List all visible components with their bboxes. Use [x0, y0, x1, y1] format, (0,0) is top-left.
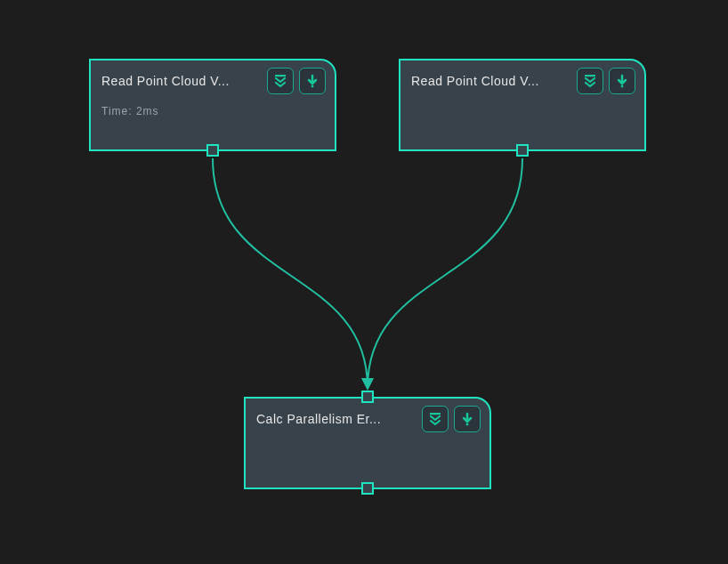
double-chevron-down-icon [583, 74, 597, 88]
node-button-group [577, 68, 635, 94]
svg-point-3 [621, 85, 624, 88]
node-calc-parallelism[interactable]: Calc Parallelism Er... [244, 397, 491, 489]
double-chevron-down-icon [273, 74, 287, 88]
output-port[interactable] [516, 144, 529, 157]
output-port[interactable] [361, 482, 374, 495]
node-time-label: Time: 2ms [91, 100, 335, 126]
svg-rect-2 [585, 75, 595, 77]
download-arrow-icon [461, 412, 473, 426]
download-arrow-icon [306, 74, 319, 88]
node-title: Calc Parallelism Er... [256, 412, 417, 426]
node-title: Read Point Cloud V... [411, 74, 571, 88]
svg-point-1 [311, 85, 314, 88]
node-header: Read Point Cloud V... [91, 60, 335, 100]
node-header: Calc Parallelism Er... [246, 399, 489, 438]
expand-button[interactable] [422, 406, 449, 432]
download-arrow-icon [616, 74, 628, 88]
node-graph-canvas[interactable]: Read Point Cloud V... Time: 2ms [0, 0, 728, 564]
download-button[interactable] [299, 68, 326, 94]
download-button[interactable] [454, 406, 481, 432]
double-chevron-down-icon [428, 412, 442, 426]
svg-point-5 [466, 423, 469, 426]
svg-rect-0 [275, 75, 286, 77]
output-port[interactable] [206, 144, 219, 157]
node-title: Read Point Cloud V... [101, 74, 262, 88]
svg-rect-4 [430, 413, 441, 415]
node-button-group [422, 406, 481, 432]
node-header: Read Point Cloud V... [400, 60, 644, 100]
expand-button[interactable] [577, 68, 603, 94]
node-read-point-cloud-right[interactable]: Read Point Cloud V... [399, 59, 646, 151]
node-button-group [267, 68, 326, 94]
expand-button[interactable] [267, 68, 294, 94]
edge-read-left-to-calc [213, 158, 368, 388]
node-read-point-cloud-left[interactable]: Read Point Cloud V... Time: 2ms [89, 59, 336, 151]
edge-read-right-to-calc [368, 158, 522, 388]
download-button[interactable] [609, 68, 635, 94]
input-port[interactable] [361, 391, 374, 403]
